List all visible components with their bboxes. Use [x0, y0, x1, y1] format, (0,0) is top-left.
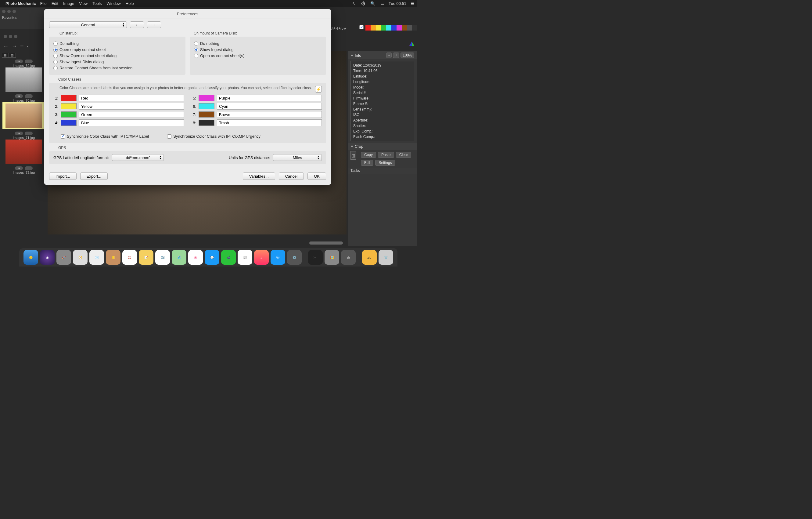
cursor-icon[interactable]: ↖	[352, 1, 356, 6]
crop-tool-icon[interactable]: ◫	[350, 151, 356, 160]
thumbnail[interactable]: ★ Images_72.jpg	[2, 166, 45, 174]
disclosure-triangle-icon[interactable]: ▼	[350, 145, 353, 148]
dock-appstore-icon[interactable]: Ⓐ	[270, 250, 285, 265]
radio-show-open[interactable]: Show Open contact sheet dialog	[53, 53, 181, 58]
dock-facetime-icon[interactable]: 📹	[221, 250, 236, 265]
thumbnail[interactable]: ★ Images_69.jpg	[2, 59, 45, 92]
variables-button[interactable]: Variables...	[243, 172, 275, 180]
menu-view[interactable]: View	[79, 1, 88, 6]
gps-units-select[interactable]: Miles▲▼	[273, 154, 322, 161]
thumbnail-image[interactable]	[5, 67, 42, 92]
dock-calendar-icon[interactable]: 26	[122, 250, 137, 265]
crop-copy-button[interactable]: Copy	[361, 152, 376, 158]
window-traffic-lights[interactable]	[0, 8, 45, 15]
window-traffic-lights[interactable]	[2, 33, 19, 40]
color-swatch[interactable]	[199, 95, 214, 101]
color-swatch[interactable]	[61, 95, 77, 101]
dock-maps-icon[interactable]: 🗺️	[172, 250, 186, 265]
zoom-level[interactable]: 100%	[401, 53, 414, 58]
prefs-category-select[interactable]: General▲▼	[49, 21, 127, 28]
menu-edit[interactable]: Edit	[52, 1, 58, 6]
thumbnail[interactable]: ★ Images_71.jpg	[2, 132, 45, 164]
spotlight-icon[interactable]: 🔍	[370, 1, 375, 6]
dock-launchpad-icon[interactable]: 🚀	[56, 250, 71, 265]
filter-checkbox[interactable]	[359, 25, 364, 29]
dock-reminders-icon[interactable]: ☑️	[155, 250, 170, 265]
thumbnail[interactable]: ★ Images_70.jpg	[2, 94, 45, 129]
crop-paste-button[interactable]: Paste	[378, 152, 394, 158]
star-rating-icon[interactable]: ★	[15, 94, 23, 98]
dock-zip-icon[interactable]: zip	[362, 250, 377, 265]
color-swatch[interactable]	[199, 103, 214, 109]
dock-news-icon[interactable]: 📰	[238, 250, 252, 265]
dock-sysprefs-icon[interactable]: ⚙️	[287, 250, 302, 265]
radio-mount-ingest[interactable]: Show Ingest dialog	[194, 47, 322, 52]
dock-trash-icon[interactable]: 🗑️	[379, 250, 393, 265]
horizontal-scrollbar[interactable]	[309, 242, 343, 245]
radio-mount-contact[interactable]: Open as contact sheet(s)	[194, 53, 322, 58]
radio-mount-nothing[interactable]: Do nothing	[194, 41, 322, 46]
color-name-input[interactable]	[217, 119, 322, 126]
color-filter-strip[interactable]	[366, 25, 417, 30]
export-button[interactable]: Export...	[80, 172, 108, 180]
gps-format-select[interactable]: ddºmm.mmm'▲▼	[112, 154, 164, 161]
star-rating-icon[interactable]: ★	[15, 166, 23, 170]
dock-safari-icon[interactable]: 🧭	[73, 250, 88, 265]
zoom-in-button[interactable]: +	[393, 53, 399, 58]
import-button[interactable]: Import...	[49, 172, 77, 180]
radio-show-ingest[interactable]: Show Ingest Disks dialog	[53, 59, 181, 64]
crop-full-button[interactable]: Full	[361, 160, 373, 166]
prefs-next-button[interactable]: →	[147, 21, 161, 28]
dock-photomechanic-icon[interactable]: ◎	[341, 250, 356, 265]
color-tag-icon[interactable]	[25, 59, 33, 63]
color-name-input[interactable]	[79, 119, 184, 126]
menubar-clock[interactable]: Tue 00:51	[388, 1, 406, 6]
rating-filter[interactable]: 3★4★5★	[331, 25, 347, 32]
color-swatch[interactable]	[61, 111, 77, 117]
thumbnail-image[interactable]	[5, 104, 42, 128]
color-swatch[interactable]	[199, 120, 214, 126]
crop-settings-button[interactable]: Settings	[375, 160, 395, 166]
color-name-input[interactable]	[79, 103, 184, 110]
thumbnail-image[interactable]	[5, 139, 42, 164]
color-tag-icon[interactable]	[25, 94, 33, 98]
sync-label-checkbox[interactable]: Synchronize Color Class with IPTC/XMP La…	[61, 134, 149, 139]
zoom-out-button[interactable]: -	[386, 53, 392, 58]
menu-image[interactable]: Image	[63, 1, 74, 6]
dock-siri-icon[interactable]: ◉	[40, 250, 55, 265]
dock-photos-icon[interactable]: 🌸	[188, 250, 203, 265]
color-name-input[interactable]	[217, 94, 322, 101]
menu-file[interactable]: File	[40, 1, 47, 6]
color-tag-icon[interactable]	[25, 166, 33, 170]
power-icon[interactable]: ⏻	[361, 1, 365, 6]
color-name-input[interactable]	[79, 94, 184, 101]
color-name-input[interactable]	[217, 111, 322, 118]
prefs-prev-button[interactable]: ←	[130, 21, 144, 28]
color-name-input[interactable]	[79, 111, 184, 118]
radio-restore[interactable]: Restore Contact Sheets from last session	[53, 66, 181, 70]
dock-music-icon[interactable]: ♫	[254, 250, 269, 265]
dock-terminal-icon[interactable]: >_	[308, 250, 323, 265]
star-rating-icon[interactable]: ★	[15, 59, 23, 63]
star-rating-icon[interactable]: ★	[15, 132, 23, 135]
menu-extras-icon[interactable]: ☰	[411, 1, 414, 6]
dock-finder-icon[interactable]: 😊	[24, 250, 38, 265]
color-tag-icon[interactable]	[25, 132, 33, 135]
nav-back-icon[interactable]: ←	[3, 43, 8, 50]
view-split-icon[interactable]: ▥	[9, 53, 16, 58]
radio-open-empty[interactable]: Open empty contact sheet	[53, 47, 181, 52]
nav-fwd-icon[interactable]: →	[11, 43, 17, 50]
color-swatch[interactable]	[199, 111, 214, 117]
disclosure-triangle-icon[interactable]: ▼	[350, 54, 353, 57]
menu-tools[interactable]: Tools	[92, 1, 102, 6]
add-icon[interactable]: +	[20, 43, 24, 50]
view-grid-icon[interactable]: ▦	[2, 53, 9, 58]
dock-preview-icon[interactable]: 🖼️	[324, 250, 339, 265]
display-icon[interactable]: ▭	[381, 1, 384, 6]
dropdown-icon[interactable]: ▾	[27, 45, 28, 48]
bolt-button[interactable]: ⚡	[315, 86, 322, 92]
dock-messages-icon[interactable]: 💬	[205, 250, 219, 265]
cancel-button[interactable]: Cancel	[279, 172, 304, 180]
app-name[interactable]: Photo Mechanic	[5, 1, 36, 6]
dock-notes-icon[interactable]: 📝	[139, 250, 153, 265]
